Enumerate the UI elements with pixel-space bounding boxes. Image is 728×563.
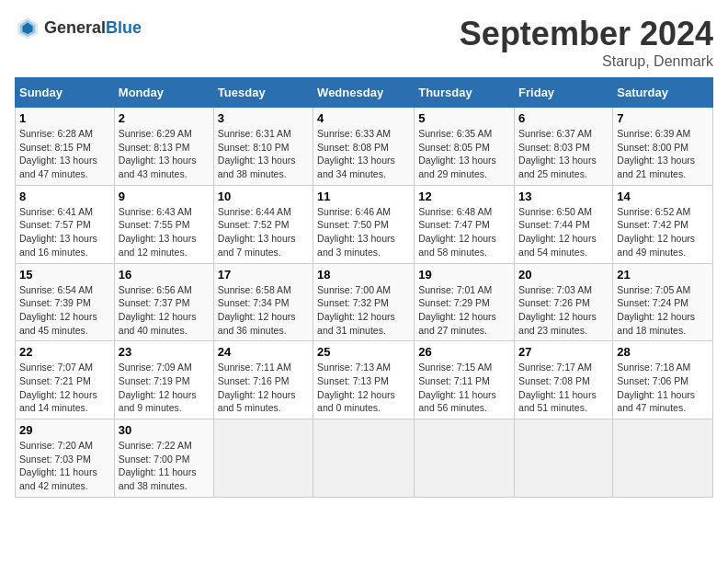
day-cell: 13 Sunrise: 6:50 AMSunset: 7:44 PMDaylig… [515, 185, 613, 263]
day-number: 9 [119, 190, 210, 203]
day-info: Sunrise: 6:35 AMSunset: 8:05 PMDaylight:… [418, 127, 510, 181]
day-cell: 26 Sunrise: 7:15 AMSunset: 7:11 PMDaylig… [415, 341, 515, 419]
day-cell [213, 419, 313, 498]
week-row-3: 15 Sunrise: 6:54 AMSunset: 7:39 PMDaylig… [16, 263, 713, 341]
day-cell: 18 Sunrise: 7:00 AMSunset: 7:32 PMDaylig… [313, 263, 415, 341]
day-cell: 6 Sunrise: 6:37 AMSunset: 8:03 PMDayligh… [515, 108, 613, 186]
day-number: 4 [317, 111, 410, 125]
day-number: 27 [518, 345, 609, 359]
week-row-5: 29 Sunrise: 7:20 AMSunset: 7:03 PMDaylig… [16, 419, 713, 498]
day-info: Sunrise: 7:13 AMSunset: 7:13 PMDaylight:… [317, 361, 410, 415]
day-cell: 21 Sunrise: 7:05 AMSunset: 7:24 PMDaylig… [613, 263, 713, 341]
day-info: Sunrise: 6:56 AMSunset: 7:37 PMDaylight:… [119, 283, 210, 338]
day-info: Sunrise: 6:37 AMSunset: 8:03 PMDaylight:… [518, 127, 609, 181]
day-info: Sunrise: 7:11 AMSunset: 7:16 PMDaylight:… [218, 361, 309, 415]
col-saturday: Saturday [613, 78, 713, 108]
day-cell [313, 419, 415, 498]
day-cell: 23 Sunrise: 7:09 AMSunset: 7:19 PMDaylig… [114, 341, 213, 419]
day-number: 2 [119, 111, 210, 125]
day-info: Sunrise: 7:15 AMSunset: 7:11 PMDaylight:… [418, 361, 510, 415]
day-number: 14 [617, 190, 709, 203]
day-number: 29 [19, 423, 110, 437]
header-row: Sunday Monday Tuesday Wednesday Thursday… [16, 78, 713, 108]
day-cell: 24 Sunrise: 7:11 AMSunset: 7:16 PMDaylig… [213, 341, 313, 419]
day-info: Sunrise: 6:29 AMSunset: 8:13 PMDaylight:… [119, 127, 210, 181]
logo-icon [15, 15, 40, 40]
day-cell: 7 Sunrise: 6:39 AMSunset: 8:00 PMDayligh… [613, 108, 713, 186]
day-cell: 27 Sunrise: 7:17 AMSunset: 7:08 PMDaylig… [515, 341, 613, 419]
day-number: 16 [119, 268, 210, 282]
day-number: 21 [617, 268, 709, 282]
day-number: 19 [418, 268, 510, 282]
title-area: September 2024 Starup, Denmark [460, 15, 713, 70]
day-number: 26 [418, 345, 510, 359]
day-info: Sunrise: 7:01 AMSunset: 7:29 PMDaylight:… [418, 283, 510, 338]
day-cell: 28 Sunrise: 7:18 AMSunset: 7:06 PMDaylig… [613, 341, 713, 419]
col-monday: Monday [114, 78, 213, 108]
day-info: Sunrise: 6:43 AMSunset: 7:55 PMDaylight:… [119, 205, 210, 259]
day-number: 1 [19, 111, 110, 125]
day-cell: 9 Sunrise: 6:43 AMSunset: 7:55 PMDayligh… [114, 185, 213, 263]
day-info: Sunrise: 6:28 AMSunset: 8:15 PMDaylight:… [19, 127, 110, 181]
month-title: September 2024 [460, 15, 713, 53]
day-number: 20 [518, 268, 609, 282]
day-number: 30 [119, 423, 210, 437]
week-row-1: 1 Sunrise: 6:28 AMSunset: 8:15 PMDayligh… [16, 108, 713, 186]
day-cell: 5 Sunrise: 6:35 AMSunset: 8:05 PMDayligh… [415, 108, 515, 186]
day-number: 8 [19, 190, 110, 203]
day-info: Sunrise: 6:48 AMSunset: 7:47 PMDaylight:… [418, 205, 510, 259]
day-info: Sunrise: 6:46 AMSunset: 7:50 PMDaylight:… [317, 205, 410, 259]
day-number: 24 [218, 345, 309, 359]
day-info: Sunrise: 7:20 AMSunset: 7:03 PMDaylight:… [19, 439, 110, 493]
logo-blue: Blue [106, 18, 142, 37]
day-cell: 2 Sunrise: 6:29 AMSunset: 8:13 PMDayligh… [114, 108, 213, 186]
calendar-table: Sunday Monday Tuesday Wednesday Thursday… [15, 77, 713, 498]
day-cell: 30 Sunrise: 7:22 AMSunset: 7:00 PMDaylig… [114, 419, 213, 498]
day-cell [415, 419, 515, 498]
day-info: Sunrise: 7:09 AMSunset: 7:19 PMDaylight:… [119, 361, 210, 415]
day-info: Sunrise: 6:52 AMSunset: 7:42 PMDaylight:… [617, 205, 709, 259]
day-info: Sunrise: 7:03 AMSunset: 7:26 PMDaylight:… [518, 283, 609, 338]
day-cell: 14 Sunrise: 6:52 AMSunset: 7:42 PMDaylig… [613, 185, 713, 263]
header: GeneralBlue September 2024 Starup, Denma… [15, 15, 713, 70]
day-cell [613, 419, 713, 498]
day-cell: 15 Sunrise: 6:54 AMSunset: 7:39 PMDaylig… [16, 263, 115, 341]
day-number: 22 [19, 345, 110, 359]
day-info: Sunrise: 7:05 AMSunset: 7:24 PMDaylight:… [617, 283, 709, 338]
day-info: Sunrise: 6:39 AMSunset: 8:00 PMDaylight:… [617, 127, 709, 181]
day-number: 10 [218, 190, 309, 203]
day-number: 12 [418, 190, 510, 203]
day-info: Sunrise: 6:41 AMSunset: 7:57 PMDaylight:… [19, 205, 110, 259]
day-cell: 17 Sunrise: 6:58 AMSunset: 7:34 PMDaylig… [213, 263, 313, 341]
day-cell: 8 Sunrise: 6:41 AMSunset: 7:57 PMDayligh… [16, 185, 115, 263]
day-cell: 4 Sunrise: 6:33 AMSunset: 8:08 PMDayligh… [313, 108, 415, 186]
day-info: Sunrise: 6:31 AMSunset: 8:10 PMDaylight:… [218, 127, 309, 181]
week-row-2: 8 Sunrise: 6:41 AMSunset: 7:57 PMDayligh… [16, 185, 713, 263]
subtitle: Starup, Denmark [460, 53, 713, 70]
day-cell [515, 419, 613, 498]
day-number: 13 [518, 190, 609, 203]
day-number: 7 [617, 111, 709, 125]
day-info: Sunrise: 7:00 AMSunset: 7:32 PMDaylight:… [317, 283, 410, 338]
col-tuesday: Tuesday [213, 78, 313, 108]
day-cell: 16 Sunrise: 6:56 AMSunset: 7:37 PMDaylig… [114, 263, 213, 341]
day-cell: 11 Sunrise: 6:46 AMSunset: 7:50 PMDaylig… [313, 185, 415, 263]
day-info: Sunrise: 7:17 AMSunset: 7:08 PMDaylight:… [518, 361, 609, 415]
day-info: Sunrise: 6:44 AMSunset: 7:52 PMDaylight:… [218, 205, 309, 259]
day-info: Sunrise: 7:18 AMSunset: 7:06 PMDaylight:… [617, 361, 709, 415]
day-number: 3 [218, 111, 309, 125]
day-info: Sunrise: 6:33 AMSunset: 8:08 PMDaylight:… [317, 127, 410, 181]
col-sunday: Sunday [16, 78, 115, 108]
day-cell: 19 Sunrise: 7:01 AMSunset: 7:29 PMDaylig… [415, 263, 515, 341]
day-number: 15 [19, 268, 110, 282]
day-cell: 10 Sunrise: 6:44 AMSunset: 7:52 PMDaylig… [213, 185, 313, 263]
day-cell: 20 Sunrise: 7:03 AMSunset: 7:26 PMDaylig… [515, 263, 613, 341]
day-cell: 25 Sunrise: 7:13 AMSunset: 7:13 PMDaylig… [313, 341, 415, 419]
day-info: Sunrise: 6:58 AMSunset: 7:34 PMDaylight:… [218, 283, 309, 338]
col-friday: Friday [515, 78, 613, 108]
day-number: 25 [317, 345, 410, 359]
day-number: 23 [119, 345, 210, 359]
day-cell: 3 Sunrise: 6:31 AMSunset: 8:10 PMDayligh… [213, 108, 313, 186]
day-info: Sunrise: 7:07 AMSunset: 7:21 PMDaylight:… [19, 361, 110, 415]
day-number: 11 [317, 190, 410, 203]
